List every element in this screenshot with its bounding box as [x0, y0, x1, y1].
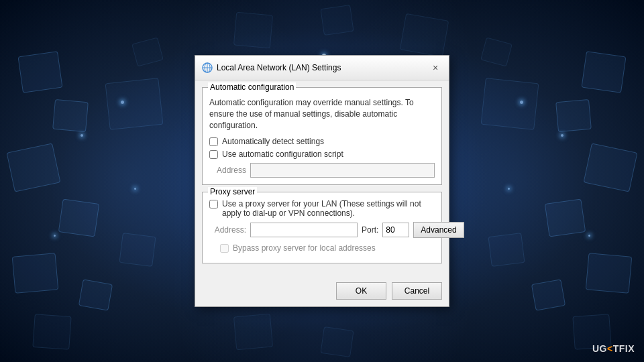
lan-settings-dialog: Local Area Network (LAN) Settings × Auto…: [195, 55, 449, 306]
proxy-address-input[interactable]: [250, 223, 358, 237]
proxy-address-row: Address: Port: Advanced: [209, 222, 435, 238]
auto-config-label: Automatic configuration: [208, 82, 296, 92]
proxy-address-label: Address:: [209, 225, 246, 235]
proxy-server-label: Proxy server: [208, 187, 257, 196]
proxy-server-section: Proxy server Use a proxy server for your…: [202, 192, 442, 263]
auto-config-description: Automatic configuration may override man…: [209, 97, 435, 131]
port-label: Port:: [362, 225, 378, 235]
bypass-proxy-row: Bypass proxy server for local addresses: [220, 243, 435, 253]
auto-config-script-checkbox[interactable]: [209, 150, 218, 159]
network-icon: [202, 62, 213, 73]
dialog-overlay: Local Area Network (LAN) Settings × Auto…: [195, 55, 449, 306]
dialog-body: Automatic configuration Automatic config…: [195, 80, 449, 276]
ok-button[interactable]: OK: [336, 282, 386, 300]
dialog-footer: OK Cancel: [195, 277, 449, 306]
watermark: UG<TFIX: [592, 343, 635, 354]
use-proxy-checkbox[interactable]: [209, 200, 218, 208]
bypass-proxy-label[interactable]: Bypass proxy server for local addresses: [233, 243, 376, 253]
auto-address-label: Address: [209, 166, 246, 175]
auto-config-script-label[interactable]: Use automatic configuration script: [222, 149, 343, 159]
close-button[interactable]: ×: [429, 61, 442, 74]
auto-config-script-row: Use automatic configuration script: [209, 149, 435, 159]
auto-detect-label[interactable]: Automatically detect settings: [222, 137, 324, 146]
auto-detect-checkbox[interactable]: [209, 137, 218, 146]
auto-detect-row: Automatically detect settings: [209, 137, 435, 146]
auto-config-section: Automatic configuration Automatic config…: [202, 87, 442, 184]
auto-address-input[interactable]: [250, 163, 435, 178]
port-input[interactable]: [382, 223, 409, 237]
cancel-button[interactable]: Cancel: [392, 282, 442, 300]
bypass-proxy-checkbox[interactable]: [220, 244, 229, 253]
advanced-button[interactable]: Advanced: [413, 222, 464, 238]
dialog-titlebar: Local Area Network (LAN) Settings ×: [195, 56, 449, 80]
use-proxy-label[interactable]: Use a proxy server for your LAN (These s…: [222, 199, 435, 218]
auto-address-row: Address: [209, 163, 435, 178]
use-proxy-row: Use a proxy server for your LAN (These s…: [209, 199, 435, 218]
dialog-title: Local Area Network (LAN) Settings: [217, 63, 425, 72]
